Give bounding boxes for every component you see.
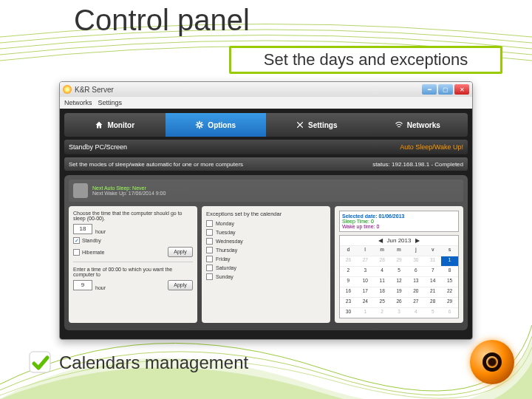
wake-hour-input[interactable]: 9: [73, 280, 92, 290]
cal-day[interactable]: 24: [357, 297, 374, 307]
day-label: Monday: [216, 221, 234, 226]
menubar: Networks Settings: [60, 97, 472, 109]
cal-day[interactable]: 22: [441, 287, 458, 297]
day-checkbox[interactable]: [206, 238, 213, 245]
sleep-hour-input[interactable]: 18: [73, 224, 92, 234]
apply-sleep-button[interactable]: Apply: [168, 247, 193, 257]
cal-day[interactable]: 11: [374, 276, 391, 287]
hour-label: hour: [95, 229, 106, 234]
standby-checkbox[interactable]: ✓: [73, 237, 80, 244]
cal-day[interactable]: 16: [340, 287, 357, 297]
day-label: Tuesday: [216, 230, 236, 235]
day-row: Friday: [206, 256, 326, 262]
calendar: ◀ Jun 2013 ▶ dlmmjvs26272829303112345678…: [339, 235, 459, 318]
close-button[interactable]: ✕: [454, 84, 469, 95]
tab-monitor[interactable]: Monitor: [64, 113, 166, 137]
subtitle-box: Set the days and exceptions: [229, 46, 502, 74]
cal-day-off[interactable]: 27: [357, 256, 374, 266]
cal-day-off[interactable]: 5: [424, 307, 441, 318]
cal-day[interactable]: 10: [357, 276, 374, 287]
day-checkbox[interactable]: [206, 220, 213, 227]
menu-settings[interactable]: Settings: [98, 99, 123, 106]
day-row: Thursday: [206, 247, 326, 253]
cal-day[interactable]: 26: [391, 297, 408, 307]
clock-icon: [73, 183, 88, 198]
cal-day[interactable]: 6: [407, 266, 424, 276]
cal-day[interactable]: 2: [340, 266, 357, 276]
cal-day[interactable]: 15: [441, 276, 458, 287]
selected-date-text: Selected date: 01/06/2013: [342, 214, 456, 219]
cal-day[interactable]: 9: [340, 276, 357, 287]
cal-day[interactable]: 18: [374, 287, 391, 297]
cal-day[interactable]: 1: [441, 256, 458, 266]
menu-networks[interactable]: Networks: [64, 99, 92, 106]
cal-dow: m: [374, 245, 391, 256]
cal-day[interactable]: 5: [391, 266, 408, 276]
app-window: K&R Server ━ ▢ ✕ Networks Settings Monit…: [59, 81, 473, 340]
day-checkbox[interactable]: [206, 265, 213, 271]
cal-day[interactable]: 17: [357, 287, 374, 297]
cal-day[interactable]: 28: [424, 297, 441, 307]
cal-day-off[interactable]: 28: [374, 256, 391, 266]
cal-day-off[interactable]: 6: [441, 307, 458, 318]
cal-day[interactable]: 25: [374, 297, 391, 307]
cal-dow: v: [424, 245, 441, 256]
cal-day-off[interactable]: 30: [407, 256, 424, 266]
next-wake-text: Next Wake Up: 17/06/2014 9:00: [92, 191, 166, 196]
subtab-standby[interactable]: Standby PC/Screen: [69, 143, 127, 151]
cal-day[interactable]: 20: [407, 287, 424, 297]
cal-dow: m: [391, 245, 408, 256]
tab-options-label: Options: [208, 121, 236, 129]
tab-networks[interactable]: Networks: [367, 113, 468, 137]
cal-day[interactable]: 27: [407, 297, 424, 307]
exceptions-title: Exceptions set by the calendar: [206, 211, 326, 217]
titlebar[interactable]: K&R Server ━ ▢ ✕: [60, 82, 472, 97]
cal-prev-button[interactable]: ◀: [378, 237, 383, 244]
cal-day[interactable]: 3: [357, 266, 374, 276]
cal-dow: s: [441, 245, 458, 256]
next-sleep-text: Next Auto Sleep: Never: [92, 185, 166, 191]
cal-next-button[interactable]: ▶: [415, 237, 420, 244]
cal-day[interactable]: 4: [374, 266, 391, 276]
cal-day[interactable]: 8: [441, 266, 458, 276]
cal-day[interactable]: 30: [340, 307, 357, 318]
cal-day-off[interactable]: 3: [391, 307, 408, 318]
subtab-autosleep[interactable]: Auto Sleep/Wake Up!: [400, 143, 463, 151]
cal-day[interactable]: 21: [424, 287, 441, 297]
minimize-button[interactable]: ━: [422, 84, 437, 95]
tab-options[interactable]: Options: [166, 113, 267, 137]
day-checkbox[interactable]: [206, 273, 213, 280]
subtitle-text: Set the days and exceptions: [264, 50, 468, 69]
cal-day[interactable]: 19: [391, 287, 408, 297]
tab-monitor-label: Monitor: [107, 121, 134, 129]
cal-day-off[interactable]: 4: [407, 307, 424, 318]
tab-networks-label: Networks: [407, 121, 440, 129]
cal-day[interactable]: 12: [391, 276, 408, 287]
day-row: Sunday: [206, 273, 326, 280]
apply-wake-button[interactable]: Apply: [168, 280, 193, 290]
check-icon: [28, 350, 53, 375]
cal-day-off[interactable]: 31: [424, 256, 441, 266]
cal-day[interactable]: 13: [407, 276, 424, 287]
cal-day[interactable]: 29: [441, 297, 458, 307]
maximize-button[interactable]: ▢: [438, 84, 453, 95]
day-label: Thursday: [216, 248, 237, 253]
cal-dow: j: [407, 245, 424, 256]
hibernate-checkbox[interactable]: [73, 249, 80, 256]
cal-day[interactable]: 23: [340, 297, 357, 307]
sleep-time-panel: Choose the time that the computer should…: [69, 206, 197, 323]
day-checkbox[interactable]: [206, 229, 213, 236]
calendar-panel: Selected date: 01/06/2013 Sleep Time: 0 …: [335, 206, 463, 323]
cal-day-off[interactable]: 29: [391, 256, 408, 266]
home-icon: [95, 120, 103, 129]
tab-settings[interactable]: Settings: [266, 113, 367, 137]
sleep-time-text: Sleep Time: 0: [342, 219, 456, 224]
day-checkbox[interactable]: [206, 247, 213, 253]
cal-day-off[interactable]: 26: [340, 256, 357, 266]
cal-day[interactable]: 14: [424, 276, 441, 287]
cal-day[interactable]: 7: [424, 266, 441, 276]
status-text: status: 192.168.198.1 - Completed: [372, 161, 463, 168]
cal-day-off[interactable]: 2: [374, 307, 391, 318]
day-checkbox[interactable]: [206, 256, 213, 262]
cal-day-off[interactable]: 1: [357, 307, 374, 318]
